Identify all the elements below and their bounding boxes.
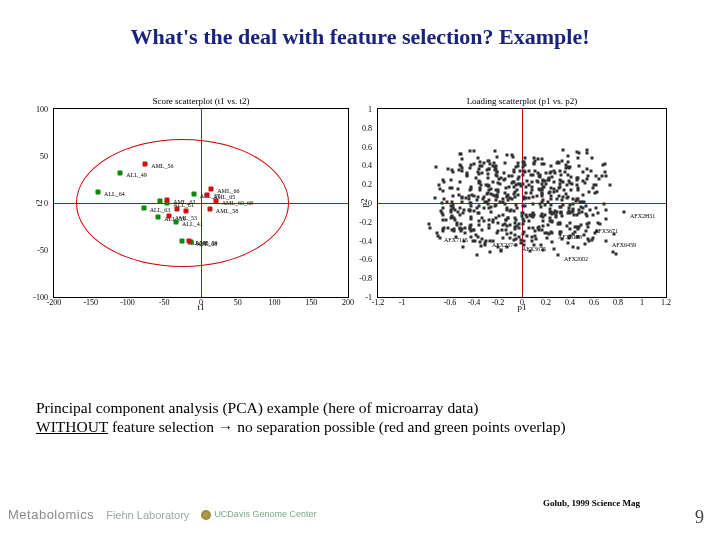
x-tick: -0.2 — [492, 298, 505, 307]
point-label: AML_60_68 — [222, 200, 253, 206]
y-tick: -0.6 — [359, 255, 372, 264]
x-tick: -200 — [47, 298, 62, 307]
data-point — [187, 238, 192, 243]
data-point — [485, 239, 488, 242]
data-point — [511, 156, 514, 159]
data-point — [501, 237, 504, 240]
y-tick: 50 — [40, 152, 48, 161]
point-label: ALL_49 — [126, 172, 147, 178]
data-point — [570, 175, 573, 178]
data-point — [536, 195, 539, 198]
data-point — [552, 169, 555, 172]
data-point — [482, 219, 485, 222]
data-point — [523, 231, 526, 234]
data-point — [179, 238, 184, 243]
data-point — [96, 189, 101, 194]
point-label: AML_58 — [216, 208, 238, 214]
data-point — [584, 181, 587, 184]
data-point — [558, 206, 561, 209]
data-point — [496, 182, 499, 185]
data-point — [156, 215, 161, 220]
data-point — [549, 164, 552, 167]
data-point — [521, 174, 524, 177]
data-point — [581, 170, 584, 173]
data-point — [460, 222, 463, 225]
data-point — [562, 195, 565, 198]
data-point — [568, 182, 571, 185]
data-point — [531, 227, 534, 230]
chart1-wrap: p2 -1.2-1-0.6-0.4-0.200.20.40.60.811.2-1… — [377, 108, 667, 298]
data-point — [454, 218, 457, 221]
data-point — [538, 202, 541, 205]
data-point — [478, 220, 481, 223]
data-point — [492, 221, 495, 224]
data-point — [165, 198, 170, 203]
data-point — [175, 206, 180, 211]
data-point — [517, 177, 520, 180]
data-point — [528, 169, 531, 172]
data-point — [546, 236, 549, 239]
x-tick: 150 — [305, 298, 317, 307]
data-point — [532, 203, 535, 206]
point-label: ALL_63 — [150, 207, 171, 213]
data-point — [473, 150, 476, 153]
data-point — [496, 174, 499, 177]
data-point — [141, 205, 146, 210]
data-point — [576, 177, 579, 180]
data-point — [533, 156, 536, 159]
data-point — [487, 219, 490, 222]
data-point — [489, 250, 492, 253]
data-point — [526, 216, 529, 219]
data-point — [542, 199, 545, 202]
data-point — [470, 235, 473, 238]
logo-ucdavis: UCDavis Genome Center — [201, 509, 316, 520]
data-point — [483, 201, 486, 204]
data-point — [476, 199, 479, 202]
data-point — [496, 196, 499, 199]
data-point — [572, 245, 575, 248]
data-point — [466, 174, 469, 177]
data-point — [515, 244, 518, 247]
caption-line1: Principal component analysis (PCA) examp… — [36, 399, 478, 416]
data-point — [481, 216, 484, 219]
data-point — [576, 247, 579, 250]
point-label: AML_56 — [151, 163, 173, 169]
data-point — [474, 177, 477, 180]
data-point — [577, 165, 580, 168]
data-point — [497, 229, 500, 232]
y-tick: 100 — [36, 105, 48, 114]
data-point — [598, 177, 601, 180]
data-point — [581, 193, 584, 196]
data-point — [515, 166, 518, 169]
data-point — [184, 208, 189, 213]
data-point — [556, 211, 559, 214]
data-point — [456, 188, 459, 191]
data-point — [559, 180, 562, 183]
data-point — [561, 159, 564, 162]
point-label: AFX7115 — [444, 237, 468, 243]
data-point — [477, 168, 480, 171]
x-tick: 0.6 — [589, 298, 599, 307]
data-point — [459, 206, 462, 209]
data-point — [538, 187, 541, 190]
data-point — [559, 173, 562, 176]
data-point — [523, 170, 526, 173]
data-point — [459, 226, 462, 229]
data-point — [496, 190, 499, 193]
data-point — [477, 157, 480, 160]
data-point — [461, 169, 464, 172]
y-tick: 0 — [44, 199, 48, 208]
data-point — [597, 222, 600, 225]
chart1-ylabel: p2 — [359, 199, 369, 208]
data-point — [540, 162, 543, 165]
y-tick: 0 — [368, 199, 372, 208]
loading-scatter-block: Loading scatterplot (p1 vs. p2) p2 -1.2-… — [377, 96, 667, 298]
data-point — [576, 214, 579, 217]
data-point — [548, 191, 551, 194]
y-tick: -0.4 — [359, 236, 372, 245]
data-point — [459, 153, 462, 156]
data-point — [481, 172, 484, 175]
point-label: AFX3675 — [522, 246, 546, 252]
data-point — [469, 167, 472, 170]
x-tick: 200 — [342, 298, 354, 307]
